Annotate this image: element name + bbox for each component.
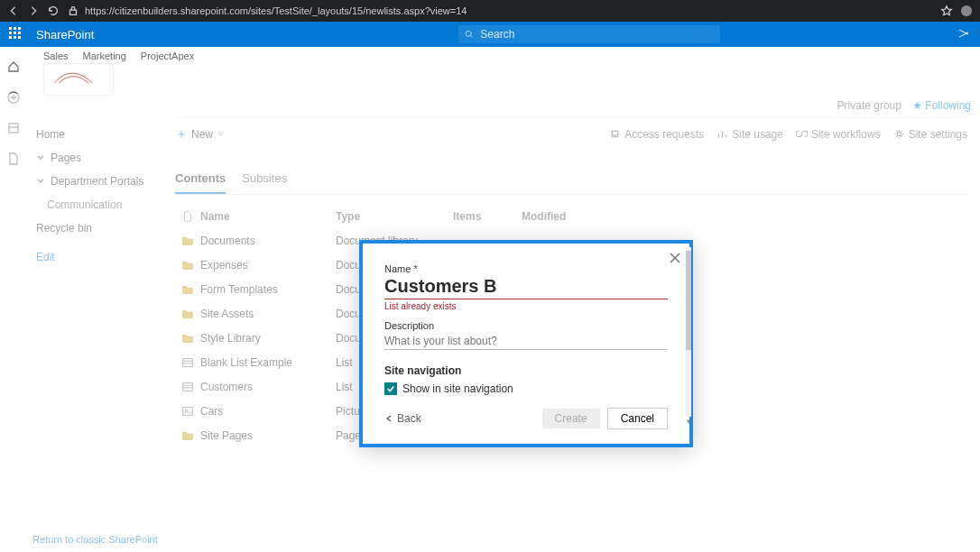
description-label: Description [384, 320, 668, 331]
row-name[interactable]: Site Pages [200, 429, 336, 442]
browser-back-icon[interactable] [7, 5, 20, 17]
row-type-icon [175, 308, 200, 320]
nav-home[interactable]: Home [36, 123, 153, 146]
home-rail-icon[interactable] [6, 60, 21, 74]
svg-rect-6 [183, 358, 193, 366]
row-name[interactable]: Customers [200, 381, 336, 393]
access-requests-button[interactable]: Access requests [609, 128, 704, 141]
browser-reload-icon[interactable] [47, 5, 60, 17]
plus-icon: ＋ [175, 126, 188, 143]
site-logo[interactable] [43, 63, 114, 96]
dialog-close-button[interactable] [668, 251, 682, 265]
row-name[interactable]: Expenses [200, 259, 336, 271]
svg-point-2 [467, 31, 472, 36]
row-type-icon [175, 381, 200, 393]
back-button[interactable]: Back [384, 412, 421, 425]
list-header: Name Type Items Modified [175, 204, 967, 228]
row-type-icon [175, 405, 200, 418]
site-meta: Private group ★ Following [27, 96, 980, 117]
cancel-button[interactable]: Cancel [607, 408, 668, 429]
new-button[interactable]: ＋ New [175, 126, 225, 143]
profile-avatar-icon[interactable] [960, 5, 973, 17]
search-icon [464, 29, 475, 40]
svg-rect-0 [70, 10, 77, 14]
hub-link[interactable]: ProjectApex [141, 51, 194, 61]
row-type-icon [175, 332, 200, 345]
suite-header: SharePoint Search [0, 22, 980, 47]
row-name[interactable]: Documents [200, 235, 336, 247]
site-workflows-button[interactable]: Site workflows [796, 128, 881, 141]
hub-nav: Sales Marketing ProjectApex [43, 51, 969, 61]
row-name[interactable]: Form Templates [200, 283, 336, 296]
create-rail-icon[interactable] [6, 90, 21, 105]
search-placeholder: Search [480, 28, 514, 41]
chevron-left-icon [384, 414, 393, 423]
files-rail-icon[interactable] [6, 152, 21, 166]
classic-link[interactable]: Return to classic SharePoint [32, 534, 158, 545]
nav-pages[interactable]: Pages [36, 146, 153, 170]
name-error: List already exists [384, 301, 668, 311]
left-rail [0, 47, 27, 552]
search-box[interactable]: Search [458, 25, 720, 43]
nav-edit[interactable]: Edit [36, 245, 153, 269]
create-button[interactable]: Create [542, 409, 600, 428]
show-in-nav-label: Show in site navigation [402, 382, 513, 395]
browser-forward-icon[interactable] [27, 5, 40, 17]
create-list-dialog: ▾ Name * List already exists Description… [359, 240, 693, 447]
lock-icon [67, 5, 79, 17]
row-type-icon [175, 283, 200, 296]
col-name[interactable]: Name [200, 210, 336, 223]
site-navigation-label: Site navigation [384, 364, 668, 377]
app-launcher-icon[interactable] [9, 27, 23, 41]
site-usage-button[interactable]: Site usage [717, 128, 783, 141]
address-bar[interactable]: https://citizenbuilders.sharepoint.com/s… [85, 5, 467, 16]
tab-subsites[interactable]: Subsites [242, 171, 287, 194]
svg-rect-4 [9, 124, 18, 133]
share-icon[interactable] [957, 26, 971, 43]
star-icon[interactable] [940, 5, 953, 17]
row-type-icon [175, 235, 200, 247]
following-button[interactable]: ★ Following [912, 99, 971, 112]
list-name-input[interactable] [384, 274, 668, 299]
site-settings-button[interactable]: Site settings [893, 128, 967, 141]
row-name[interactable]: Blank List Example [200, 356, 336, 369]
chevron-down-icon [36, 177, 45, 186]
privacy-label: Private group [837, 99, 901, 112]
chevron-down-icon [217, 130, 225, 138]
row-type-icon [175, 356, 200, 369]
row-type-icon [175, 429, 200, 442]
site-left-nav: Home Pages Department Portals Communicat… [27, 117, 162, 552]
svg-rect-7 [183, 382, 193, 391]
col-items[interactable]: Items [453, 210, 522, 223]
nav-recycle-bin[interactable]: Recycle bin [36, 216, 153, 240]
col-type[interactable]: Type [336, 210, 453, 223]
row-name[interactable]: Site Assets [200, 308, 336, 320]
row-name[interactable]: Cars [200, 405, 336, 418]
name-label: Name * [384, 263, 668, 274]
nav-department-portals[interactable]: Department Portals [36, 170, 153, 193]
show-in-nav-checkbox[interactable] [384, 382, 397, 395]
hub-link[interactable]: Sales [43, 51, 69, 61]
svg-point-5 [897, 132, 901, 135]
description-input[interactable] [384, 331, 668, 350]
nav-communication[interactable]: Communication [36, 193, 153, 216]
mysites-rail-icon[interactable] [6, 121, 21, 135]
chevron-down-icon [36, 153, 45, 162]
filetype-icon [175, 210, 200, 223]
pivot-tabs: Contents Subsites [175, 171, 967, 195]
brand-label[interactable]: SharePoint [36, 28, 94, 41]
hub-link[interactable]: Marketing [83, 51, 126, 61]
browser-toolbar: https://citizenbuilders.sharepoint.com/s… [0, 0, 980, 22]
tab-contents[interactable]: Contents [175, 171, 226, 194]
col-modified[interactable]: Modified [522, 210, 967, 223]
svg-point-1 [961, 5, 972, 16]
row-type-icon [175, 259, 200, 271]
row-name[interactable]: Style Library [200, 332, 336, 345]
dialog-scrollbar[interactable]: ▾ [686, 247, 691, 417]
